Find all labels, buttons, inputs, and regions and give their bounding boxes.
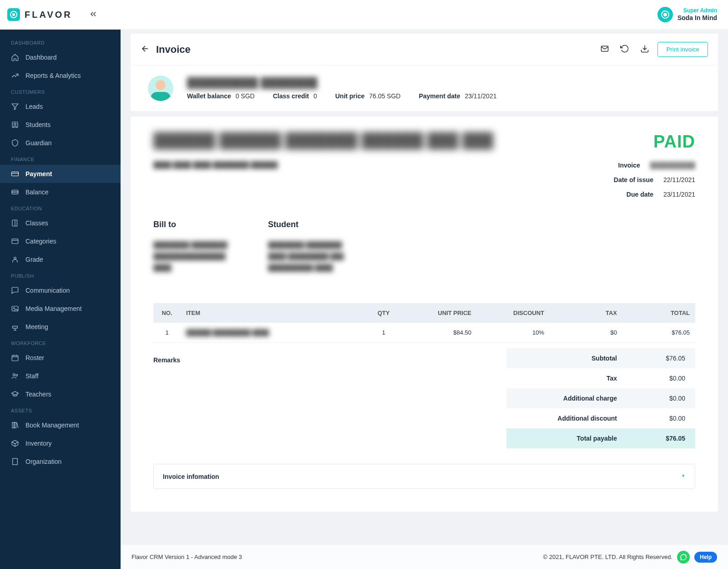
sidebar-item-communication[interactable]: Communication: [0, 281, 121, 300]
footer: Flavor CRM Version 1 - Advanced mode 3 ©…: [121, 544, 728, 569]
sidebar: DASHBOARDDashboardReports & AnalyticsCUS…: [0, 29, 121, 569]
adddisc-row: Additional discount $0.00: [506, 408, 696, 428]
sidebar-item-guardian[interactable]: Guardian: [0, 134, 121, 152]
issue-date-label: Date of issue: [614, 176, 653, 183]
sidebar-item-label: Teachers: [25, 391, 51, 398]
svg-rect-22: [12, 422, 14, 428]
sidebar-item-categories[interactable]: Categories: [0, 232, 121, 250]
sidebar-group-label: WORKFORCE: [0, 336, 121, 349]
sidebar-item-label: Guardian: [25, 139, 52, 147]
brand-logo[interactable]: FLAVOR: [7, 8, 72, 21]
sidebar-item-grade[interactable]: Grade: [0, 250, 121, 269]
invoice-no-label: Invoice: [618, 162, 640, 169]
svg-point-20: [13, 374, 15, 376]
svg-point-21: [16, 375, 18, 376]
customer-name: ██████████ ████████: [187, 77, 701, 89]
card-icon: [11, 170, 19, 178]
company-address: ████ ████ ████ ████████ ██████: [153, 159, 281, 171]
profile-menu[interactable]: Super Admin Soda In Mind: [657, 7, 717, 22]
home-icon: [11, 53, 19, 61]
col-item: ITEM: [181, 303, 363, 323]
sidebar-item-label: Book Management: [25, 422, 79, 429]
customer-avatar-icon: [148, 76, 173, 101]
class-credit-stat: Class credit 0: [273, 92, 317, 100]
sidebar-item-label: Reports & Analytics: [25, 72, 81, 79]
chart-icon: [11, 71, 19, 80]
sidebar-item-label: Categories: [25, 238, 56, 245]
sidebar-item-classes[interactable]: Classes: [0, 214, 121, 232]
svg-rect-26: [13, 458, 18, 465]
bill-to-label: Bill to: [153, 220, 235, 229]
org-avatar-icon: [657, 7, 673, 22]
email-invoice-button[interactable]: [600, 44, 609, 55]
brand-name: FLAVOR: [25, 10, 72, 20]
calendar-icon: [11, 354, 19, 362]
svg-rect-16: [12, 356, 18, 361]
student-details: ████████ ████████ ████ █████████ ███ ███…: [268, 239, 350, 280]
download-button[interactable]: [640, 44, 649, 55]
svg-point-2: [14, 123, 16, 125]
subtotal-row: Subtotal $76.05: [506, 348, 696, 368]
sidebar-item-label: Dashboard: [25, 54, 57, 61]
sidebar-item-meeting[interactable]: Meeting: [0, 318, 121, 336]
issue-date: 22/11/2021: [663, 176, 695, 183]
sidebar-item-staff[interactable]: Staff: [0, 367, 121, 385]
sidebar-item-dashboard[interactable]: Dashboard: [0, 48, 121, 66]
sidebar-item-payment[interactable]: Payment: [0, 165, 121, 183]
revert-button[interactable]: [620, 44, 629, 55]
media-icon: [11, 305, 19, 313]
svg-point-10: [14, 257, 16, 259]
whatsapp-button[interactable]: [677, 551, 690, 564]
company-name: ██████ ██████ ███████ ██████ ███ ███: [153, 132, 531, 149]
sidebar-item-label: Students: [25, 121, 51, 128]
col-discount: DISCOUNT: [477, 303, 550, 323]
invoice-card: ██████ ██████ ███████ ██████ ███ ███ ███…: [131, 117, 718, 512]
sidebar-item-balance[interactable]: Balance: [0, 183, 121, 201]
page-title: Invoice: [156, 44, 191, 56]
main-content: Invoice Print invoice ██████████ ███████…: [121, 29, 728, 544]
sidebar-item-students[interactable]: Students: [0, 116, 121, 134]
sidebar-collapse-button[interactable]: [89, 10, 98, 20]
back-button[interactable]: [141, 44, 150, 55]
sidebar-item-label: Staff: [25, 372, 39, 380]
svg-rect-5: [12, 190, 18, 194]
profile-org: Soda In Mind: [677, 14, 717, 22]
sidebar-item-media[interactable]: Media Management: [0, 300, 121, 318]
due-date-label: Due date: [627, 191, 653, 198]
page-header-card: Invoice Print invoice ██████████ ███████…: [131, 34, 718, 111]
remarks-label: Remarks: [153, 356, 317, 364]
invoice-info-accordion[interactable]: Invoice infomation: [153, 464, 695, 489]
funnel-icon: [11, 102, 19, 111]
sidebar-item-teachers[interactable]: Teachers: [0, 385, 121, 403]
col-tax: TAX: [550, 303, 622, 323]
sidebar-item-leads[interactable]: Leads: [0, 97, 121, 116]
col-qty: QTY: [363, 303, 404, 323]
table-row: 1 ██████ █████████ ████ 1 $84.50 10% $0 …: [153, 323, 695, 343]
sidebar-item-inventory[interactable]: Inventory: [0, 434, 121, 452]
tax-row: Tax $0.00: [506, 368, 696, 388]
sidebar-group-label: DASHBOARD: [0, 36, 121, 48]
sidebar-group-label: FINANCE: [0, 152, 121, 165]
sidebar-item-label: Balance: [25, 188, 49, 196]
tag-icon: [11, 237, 19, 245]
col-total: TOTAL: [622, 303, 695, 323]
sidebar-item-reports[interactable]: Reports & Analytics: [0, 66, 121, 85]
sidebar-item-bookmgmt[interactable]: Book Management: [0, 416, 121, 434]
wallet-balance-stat: Wallet balance 0 SGD: [187, 92, 255, 100]
sidebar-group-label: PUBLISH: [0, 269, 121, 281]
shield-icon: [11, 139, 19, 147]
sidebar-item-label: Payment: [25, 170, 52, 178]
print-invoice-button[interactable]: Print invoice: [657, 42, 708, 57]
svg-marker-34: [682, 474, 684, 478]
building-icon: [11, 457, 19, 466]
bill-to-details: ████████ ████████ ████████████████ ████: [153, 239, 235, 280]
help-button[interactable]: Help: [694, 552, 717, 563]
wallet-icon: [11, 188, 19, 196]
sidebar-item-label: Communication: [25, 287, 70, 294]
sidebar-item-roster[interactable]: Roster: [0, 349, 121, 367]
sidebar-item-organization[interactable]: Organization: [0, 452, 121, 471]
due-date: 23/11/2021: [663, 191, 695, 198]
sidebar-item-label: Meeting: [25, 323, 48, 330]
col-unitprice: UNIT PRICE: [404, 303, 477, 323]
mortar-icon: [11, 390, 19, 398]
